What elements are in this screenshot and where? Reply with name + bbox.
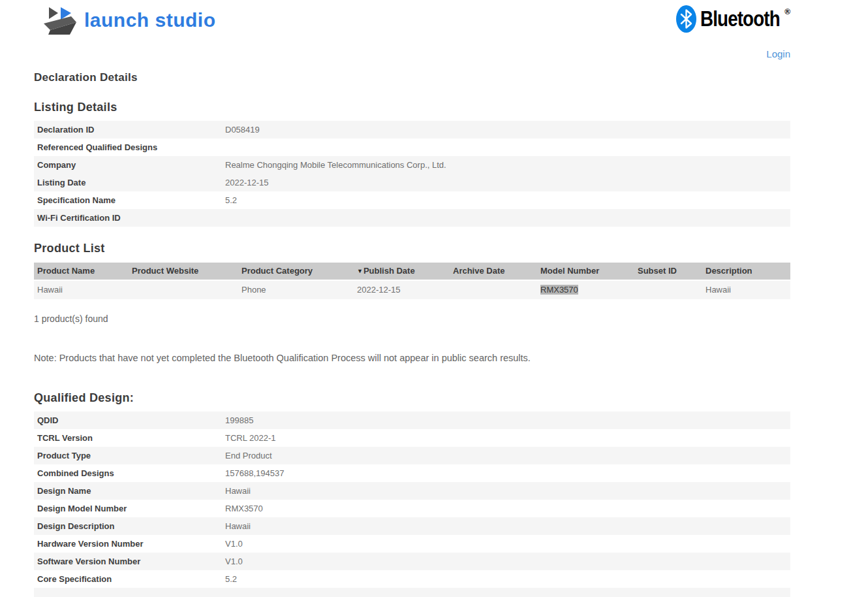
- launch-studio-icon: [42, 5, 76, 35]
- row-label: Design Description: [34, 517, 225, 535]
- cell-description: Hawaii: [702, 281, 790, 299]
- table-row: QDID199885: [34, 411, 790, 429]
- row-value: 199885: [225, 411, 253, 429]
- row-label: Company: [34, 156, 225, 174]
- product-list-body: HawaiiPhone2022-12-15RMX3570Hawaii: [34, 281, 790, 299]
- qualified-design-table: QDID199885TCRL VersionTCRL 2022-1Product…: [34, 411, 790, 597]
- login-link[interactable]: Login: [766, 48, 790, 59]
- table-row: Combined Designs157688,194537: [34, 464, 790, 482]
- row-label: Design Name: [34, 482, 225, 500]
- product-list-table: Product NameProduct WebsiteProduct Categ…: [34, 263, 790, 299]
- row-value: End Product: [225, 447, 272, 464]
- row-value: D058419: [225, 121, 260, 138]
- row-value: 2022-12-15: [225, 174, 269, 191]
- row-value: Hawaii: [225, 517, 251, 535]
- listing-details-heading: Listing Details: [34, 100, 790, 114]
- row-label: Core Specification: [34, 570, 225, 588]
- row-label: Product Type: [34, 447, 225, 464]
- row-label: Hardware Version Number: [34, 535, 225, 553]
- table-row: [34, 588, 790, 597]
- table-row: Design Model NumberRMX3570: [34, 500, 790, 517]
- row-label: Combined Designs: [34, 464, 225, 482]
- row-value: 5.2: [225, 191, 237, 209]
- product-count-text: 1 product(s) found: [34, 314, 790, 324]
- row-value: 157688,194537: [225, 464, 284, 482]
- table-row: Core Specification5.2: [34, 570, 790, 588]
- cell-archive-date: [450, 281, 537, 299]
- row-label: Design Model Number: [34, 500, 225, 517]
- listing-details-table: Declaration IDD058419Referenced Qualifie…: [34, 121, 790, 227]
- row-value: 5.2: [225, 570, 237, 588]
- bluetooth-icon: [676, 5, 696, 33]
- cell-product-category: Phone: [238, 281, 354, 299]
- table-row: Referenced Qualified Designs: [34, 138, 790, 156]
- row-label: Referenced Qualified Designs: [34, 138, 225, 156]
- column-header-product-name[interactable]: Product Name: [34, 263, 129, 280]
- cell-model-number: RMX3570: [537, 281, 634, 299]
- table-row: Hardware Version NumberV1.0: [34, 535, 790, 553]
- table-row: Listing Date2022-12-15: [34, 174, 790, 191]
- row-label: TCRL Version: [34, 429, 225, 447]
- table-row: Specification Name5.2: [34, 191, 790, 209]
- note-text: Note: Products that have not yet complet…: [34, 353, 790, 363]
- table-row: Declaration IDD058419: [34, 121, 790, 138]
- row-label: Declaration ID: [34, 121, 225, 138]
- product-list-header-row: Product NameProduct WebsiteProduct Categ…: [34, 263, 790, 280]
- column-header-product-category[interactable]: Product Category: [238, 263, 354, 280]
- row-value: V1.0: [225, 553, 243, 570]
- bluetooth-logo[interactable]: Bluetooth ®: [676, 5, 790, 33]
- header: launch studio Bluetooth ® Login: [0, 0, 868, 59]
- header-right: Bluetooth ® Login: [676, 5, 790, 59]
- bluetooth-wordmark: Bluetooth: [700, 5, 780, 33]
- row-value: TCRL 2022-1: [225, 429, 276, 447]
- cell-publish-date: 2022-12-15: [354, 281, 450, 299]
- table-row: Software Version NumberV1.0: [34, 553, 790, 570]
- row-label: Software Version Number: [34, 553, 225, 570]
- table-row: TCRL VersionTCRL 2022-1: [34, 429, 790, 447]
- page-title: Declaration Details: [34, 71, 790, 84]
- row-label: Wi-Fi Certification ID: [34, 209, 225, 227]
- qualified-design-heading: Qualified Design:: [34, 391, 790, 405]
- column-header-description[interactable]: Description: [702, 263, 790, 280]
- cell-product-website: [129, 281, 238, 299]
- model-number-selected-text: RMX3570: [540, 285, 578, 295]
- registered-trademark-symbol: ®: [784, 7, 790, 16]
- cell-subset-id: [634, 281, 702, 299]
- product-row: HawaiiPhone2022-12-15RMX3570Hawaii: [34, 281, 790, 299]
- column-header-product-website[interactable]: Product Website: [129, 263, 238, 280]
- table-row: Wi-Fi Certification ID: [34, 209, 790, 227]
- product-list-heading: Product List: [34, 241, 790, 255]
- column-header-publish-date[interactable]: ▼Publish Date: [354, 263, 450, 280]
- column-header-model-number[interactable]: Model Number: [537, 263, 634, 280]
- row-label: QDID: [34, 411, 225, 429]
- row-label: [34, 588, 225, 597]
- column-header-archive-date[interactable]: Archive Date: [450, 263, 537, 280]
- sort-descending-icon: ▼: [357, 263, 363, 280]
- main-content: Declaration Details Listing Details Decl…: [34, 71, 790, 597]
- row-value: Hawaii: [225, 482, 251, 500]
- row-value: V1.0: [225, 535, 243, 553]
- table-row: Design DescriptionHawaii: [34, 517, 790, 535]
- row-label: Listing Date: [34, 174, 225, 191]
- row-value: RMX3570: [225, 500, 263, 517]
- table-row: Design NameHawaii: [34, 482, 790, 500]
- row-label: Specification Name: [34, 191, 225, 209]
- column-header-subset-id[interactable]: Subset ID: [634, 263, 702, 280]
- cell-product-name: Hawaii: [34, 281, 129, 299]
- table-row: Product TypeEnd Product: [34, 447, 790, 464]
- row-value: Realme Chongqing Mobile Telecommunicatio…: [225, 156, 446, 174]
- table-row: CompanyRealme Chongqing Mobile Telecommu…: [34, 156, 790, 174]
- launch-studio-logo-text: launch studio: [84, 9, 216, 31]
- launch-studio-logo[interactable]: launch studio: [42, 5, 216, 35]
